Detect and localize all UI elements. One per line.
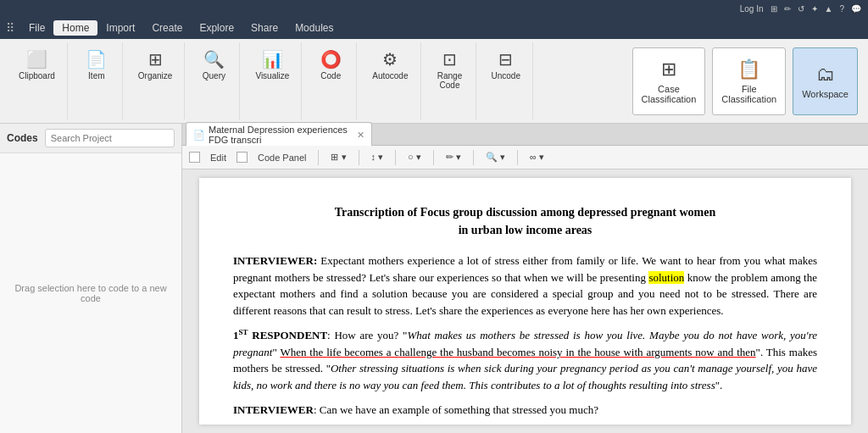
- ribbon-group-organize: ⊞ Organize: [126, 42, 186, 119]
- clipboard-label: Clipboard: [19, 71, 55, 80]
- code-label: Code: [320, 71, 341, 80]
- login-link[interactable]: Log In: [740, 4, 764, 14]
- pen-button[interactable]: ✏ ▾: [441, 150, 466, 164]
- circle-button[interactable]: ○ ▾: [403, 150, 426, 164]
- speaker-respondent-1: 1ST RESPONDENT: [233, 329, 327, 341]
- toolbar-separator-5: [473, 150, 474, 165]
- top-bar-actions: Log In ⊞ ✏ ↺ ✦ ▲ ? 💬: [740, 4, 861, 14]
- document-tabs: 📄 Maternal Depression experiences FDG tr…: [182, 124, 868, 146]
- organize-label: Organize: [138, 71, 173, 80]
- item-button[interactable]: 📄 Item: [78, 46, 115, 84]
- code-button[interactable]: ⭕ Code: [312, 46, 349, 84]
- ribbon-group-clipboard: ⬜ Clipboard: [7, 42, 68, 119]
- uncode-label: Uncode: [492, 71, 520, 80]
- undo-icon[interactable]: ↺: [798, 4, 804, 14]
- top-bar: Log In ⊞ ✏ ↺ ✦ ▲ ? 💬: [0, 0, 868, 17]
- document-toolbar: Edit Code Panel ⊞ ▾ ↕ ▾ ○ ▾ ✏ ▾ 🔍 ▾ ∞ ▾: [182, 146, 868, 169]
- ribbon-group-rangecode: ⊡ RangeCode: [425, 42, 476, 119]
- rangecode-label: RangeCode: [437, 71, 462, 90]
- menu-share[interactable]: Share: [242, 20, 287, 36]
- sort-button[interactable]: ↕ ▾: [366, 150, 389, 164]
- autocode-label: Autocode: [372, 71, 408, 80]
- toolbar-separator-1: [318, 150, 319, 165]
- workspace-label: Workspace: [802, 89, 849, 99]
- paragraph-interviewer-2: INTERVIEWER: Can we have an example of s…: [233, 402, 817, 419]
- workspace-icon: 🗂: [816, 64, 835, 86]
- rangecode-button[interactable]: ⊡ RangeCode: [431, 46, 469, 93]
- main-area: Codes Drag selection here to code to a n…: [0, 124, 868, 433]
- para-interviewer-text-2: : Can we have an example of something th…: [314, 403, 598, 416]
- sidebar-search-input[interactable]: [45, 129, 175, 147]
- menu-home[interactable]: Home: [53, 20, 97, 36]
- help-icon[interactable]: ?: [839, 4, 844, 14]
- code-panel-checkbox[interactable]: [236, 152, 248, 163]
- edit-icon[interactable]: ✏: [784, 4, 791, 14]
- code-icon: ⭕: [320, 49, 342, 69]
- menu-bar: ⠿ File Home Import Create Explore Share …: [0, 17, 868, 39]
- document-title: Transcription of Focus group discussion …: [233, 203, 817, 239]
- document-tab-close-button[interactable]: ✕: [357, 130, 364, 141]
- clipboard-button[interactable]: ⬜ Clipboard: [14, 46, 60, 84]
- toolbar-checkbox[interactable]: [189, 152, 200, 163]
- rangecode-icon: ⊡: [442, 49, 457, 69]
- document-title-line2: in urban low income areas: [459, 224, 593, 236]
- star-icon[interactable]: ✦: [811, 4, 818, 14]
- overflow-button[interactable]: ∞ ▾: [525, 150, 549, 164]
- case-classification-icon: ⊞: [661, 58, 676, 80]
- ribbon-group-visualize: 📊 Visualize: [243, 42, 302, 119]
- document-title-line1: Transcription of Focus group discussion …: [335, 206, 715, 219]
- paragraph-interviewer-1: INTERVIEWER: Expectant mothers experienc…: [233, 253, 817, 319]
- sidebar-content: Drag selection here to code to a new cod…: [0, 153, 181, 433]
- grid-icon[interactable]: ⊞: [771, 4, 777, 14]
- visualize-button[interactable]: 📊 Visualize: [250, 46, 294, 84]
- document-tab-icon: 📄: [193, 130, 205, 141]
- ribbon: ⬜ Clipboard 📄 Item ⊞ Organize 🔍 Query: [0, 39, 868, 124]
- toolbar-separator-4: [433, 150, 434, 165]
- up-icon[interactable]: ▲: [825, 4, 833, 14]
- ribbon-group-query: 🔍 Query: [188, 42, 240, 119]
- file-classification-button[interactable]: 📋 FileClassification: [712, 47, 786, 115]
- organize-button[interactable]: ⊞ Organize: [133, 46, 178, 84]
- sidebar-title: Codes: [7, 132, 38, 144]
- case-classification-label: CaseClassification: [642, 84, 697, 104]
- chat-icon[interactable]: 💬: [851, 4, 861, 14]
- edit-button[interactable]: Edit: [205, 151, 231, 164]
- query-button[interactable]: 🔍 Query: [195, 46, 232, 84]
- zoom-button[interactable]: 🔍 ▾: [481, 150, 510, 164]
- sidebar: Codes Drag selection here to code to a n…: [0, 124, 182, 433]
- toolbar-separator-6: [517, 150, 518, 165]
- menu-file[interactable]: File: [20, 20, 53, 36]
- document-tab-label: Maternal Depression experiences FDG tran…: [209, 125, 352, 145]
- ribbon-group-uncode: ⊟ Uncode: [480, 42, 533, 119]
- item-icon: 📄: [86, 49, 107, 69]
- ribbon-group-code: ⭕ Code: [305, 42, 357, 119]
- query-icon: 🔍: [203, 49, 225, 69]
- visualize-icon: 📊: [262, 49, 283, 69]
- item-label: Item: [88, 71, 104, 80]
- document-tab[interactable]: 📄 Maternal Depression experiences FDG tr…: [186, 122, 372, 147]
- autocode-button[interactable]: ⚙ Autocode: [367, 46, 413, 84]
- speaker-interviewer-2: INTERVIEWER: [233, 403, 314, 416]
- toolbar-separator-3: [395, 150, 396, 165]
- organize-icon: ⊞: [148, 49, 163, 69]
- menu-modules[interactable]: Modules: [287, 20, 342, 36]
- menu-explore[interactable]: Explore: [191, 20, 242, 36]
- menu-import[interactable]: Import: [97, 20, 143, 36]
- file-classification-icon: 📋: [737, 58, 760, 80]
- drag-handle: ⠿: [3, 21, 17, 35]
- ribbon-group-autocode: ⚙ Autocode: [360, 42, 420, 119]
- clipboard-icon: ⬜: [26, 49, 47, 69]
- speaker-interviewer-1: INTERVIEWER:: [233, 254, 317, 267]
- visualize-label: Visualize: [255, 71, 289, 80]
- document-content: Transcription of Focus group discussion …: [199, 178, 851, 425]
- toolbar-separator-2: [359, 150, 359, 165]
- paragraph-respondent-1: 1ST RESPONDENT: How are you? "What makes…: [233, 327, 817, 393]
- menu-create[interactable]: Create: [143, 20, 191, 36]
- uncode-button[interactable]: ⊟ Uncode: [487, 46, 526, 84]
- workspace-button[interactable]: 🗂 Workspace: [793, 47, 858, 115]
- code-panel-button[interactable]: Code Panel: [253, 151, 312, 164]
- uncode-icon: ⊟: [498, 49, 513, 69]
- ribbon-group-item: 📄 Item: [71, 42, 123, 119]
- view-toggle-button[interactable]: ⊞ ▾: [326, 150, 351, 164]
- case-classification-button[interactable]: ⊞ CaseClassification: [632, 47, 706, 115]
